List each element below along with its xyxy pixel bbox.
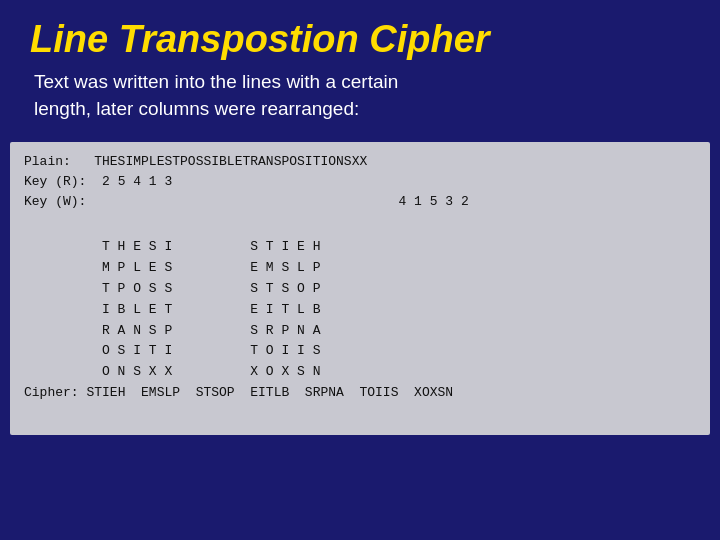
key-r-label: Key (R): xyxy=(24,174,86,189)
subtitle-line1: Text was written into the lines with a c… xyxy=(34,71,398,92)
plain-row: Plain: THESIMPLESTPOSSIBLETRANSPOSITIONS… xyxy=(24,152,696,172)
grid-row-2: T P O S S S T S O P xyxy=(24,281,320,296)
key-w-value: 4 1 5 3 2 xyxy=(398,194,468,209)
cipher-parts: STIEH EMSLP STSOP EITLB SRPNA TOIIS XOXS… xyxy=(86,385,453,400)
cipher-grid: T H E S I S T I E H M P L E S E M S L P … xyxy=(24,217,696,425)
grid-row-6: O N S X X X O X S N xyxy=(24,364,320,379)
key-r-value: 2 5 4 1 3 xyxy=(102,174,172,189)
plain-text: THESIMPLESTPOSSIBLETRANSPOSITIONSXX xyxy=(94,154,367,169)
content-area: Plain: THESIMPLESTPOSSIBLETRANSPOSITIONS… xyxy=(10,142,710,434)
key-w-row: Key (W): 4 1 5 3 2 xyxy=(24,192,696,212)
grid-row-5: O S I T I T O I I S xyxy=(24,343,320,358)
grid-row-3: I B L E T E I T L B xyxy=(24,302,320,317)
plain-label: Plain: xyxy=(24,154,71,169)
grid-row-0: T H E S I S T I E H xyxy=(24,239,320,254)
page-title: Line Transpostion Cipher xyxy=(30,18,690,61)
key-w-label: Key (W): xyxy=(24,194,86,209)
key-r-row: Key (R): 2 5 4 1 3 xyxy=(24,172,696,192)
grid-row-1: M P L E S E M S L P xyxy=(24,260,320,275)
cipher-row: Cipher: STIEH EMSLP STSOP EITLB SRPNA TO… xyxy=(24,385,453,400)
title-area: Line Transpostion Cipher Text was writte… xyxy=(0,0,720,134)
cipher-label: Cipher: xyxy=(24,385,79,400)
grid-row-4: R A N S P S R P N A xyxy=(24,323,320,338)
subtitle-line2: length, later columns were rearranged: xyxy=(34,98,359,119)
subtitle: Text was written into the lines with a c… xyxy=(30,69,690,122)
